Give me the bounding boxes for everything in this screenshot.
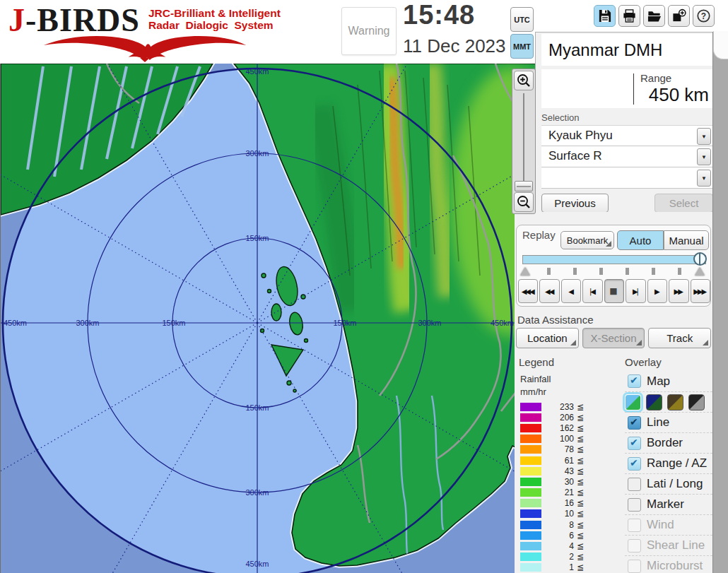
track-button[interactable]: Track — [648, 328, 711, 348]
overlay-row-map[interactable]: Map — [625, 371, 712, 391]
chevron-down-icon: ▼ — [701, 175, 707, 182]
map-style-swatch[interactable] — [667, 394, 683, 410]
playback-button[interactable]: ◀◀◀ — [518, 279, 538, 303]
previous-button[interactable]: Previous — [541, 194, 609, 213]
print-button[interactable] — [618, 5, 640, 27]
playback-button[interactable]: ▶ — [647, 279, 667, 303]
legend-color-swatch — [520, 563, 541, 572]
legend-value: 4 — [541, 541, 574, 551]
replay-slider-handle[interactable] — [693, 252, 707, 266]
overlay-row-line[interactable]: Line — [625, 412, 712, 432]
lati-long-checkbox[interactable] — [628, 478, 641, 491]
select-button[interactable]: Select — [654, 194, 713, 213]
help-button[interactable]: ? — [693, 5, 715, 27]
playback-icon: ▶| — [633, 288, 638, 295]
overlay-row-range-az[interactable]: Range / AZ — [625, 453, 712, 473]
playback-button[interactable]: ◀◀ — [539, 279, 559, 303]
radar-map[interactable]: 450km 300km 150km 150km 300km 450km 450k… — [1, 64, 536, 573]
range-ring-label: 300km — [245, 149, 269, 158]
range-az-checkbox[interactable] — [628, 457, 641, 471]
zoom-slider-handle[interactable] — [515, 181, 533, 191]
product-dropdown-button[interactable]: ▼ — [697, 148, 711, 165]
legend-row: 30 ≦ — [520, 476, 619, 487]
legend-value: 100 — [541, 434, 574, 444]
zoom-in-button[interactable] — [514, 71, 534, 90]
legend-rows: 233 ≦ 206 ≦ 162 ≦ — [520, 401, 619, 573]
legend-color-swatch — [520, 499, 541, 507]
map-style-swatch[interactable] — [625, 394, 641, 410]
magnifier-plus-icon — [516, 73, 532, 88]
radar-map-area[interactable]: 450km 300km 150km 150km 300km 450km 450k… — [0, 62, 536, 573]
overlay-row-wind: Wind — [625, 514, 712, 535]
replay-slider-track[interactable] — [522, 255, 706, 264]
map-checkbox[interactable] — [628, 374, 641, 388]
site-dropdown-button[interactable]: ▼ — [697, 128, 711, 145]
range-ring-label: 450km — [491, 319, 514, 327]
option-dropdown[interactable]: ▼ — [541, 167, 713, 189]
marker-checkbox[interactable] — [628, 498, 641, 512]
range-ring-label: 150km — [333, 319, 356, 327]
legend-value: 1 — [541, 562, 574, 572]
playback-button[interactable]: ■ — [604, 279, 624, 303]
option-dropdown-button[interactable]: ▼ — [697, 170, 711, 187]
location-button[interactable]: Location — [516, 328, 579, 348]
playback-button[interactable]: |◀ — [582, 279, 602, 303]
map-style-swatch[interactable] — [688, 394, 705, 410]
help-icon: ? — [696, 8, 711, 23]
warning-button[interactable]: Warning — [341, 7, 397, 55]
bookmark-button[interactable]: Bookmark — [560, 231, 614, 249]
panel-collapse-tab[interactable] — [713, 31, 728, 59]
legend-row: 2 ≦ — [520, 552, 619, 562]
utc-button[interactable]: UTC — [510, 7, 534, 32]
data-assistance-buttons: Location X-Section Track — [516, 328, 711, 348]
legend-operator: ≦ — [577, 509, 584, 519]
open-folder-button[interactable] — [643, 5, 665, 27]
range-ring-label: 150km — [245, 234, 269, 242]
wind-checkbox — [628, 519, 641, 532]
shear-line-checkbox — [628, 539, 641, 553]
slider-end-marker[interactable] — [695, 267, 705, 276]
overlay-row-lati-long[interactable]: Lati / Long — [625, 473, 712, 494]
slider-tick — [547, 268, 551, 275]
legend-operator: ≦ — [577, 541, 584, 551]
manual-button[interactable]: Manual — [664, 230, 709, 250]
mmt-button[interactable]: MMT — [510, 34, 534, 59]
add-image-button[interactable] — [668, 5, 690, 27]
overlay-row-border[interactable]: Border — [625, 432, 712, 453]
xsection-button[interactable]: X-Section — [582, 328, 645, 348]
playback-button[interactable]: ◀ — [561, 279, 581, 303]
slider-tick — [626, 268, 629, 275]
legend-operator: ≦ — [577, 402, 584, 412]
range-ring-label: 300km — [76, 319, 99, 327]
legend-color-swatch — [520, 445, 541, 454]
site-dropdown-value: Kyauk Phyu — [548, 129, 613, 143]
playback-button[interactable]: ▶| — [626, 279, 645, 303]
playback-button[interactable]: ▶▶ — [669, 279, 688, 303]
zoom-slider-track[interactable] — [523, 93, 524, 191]
zoom-out-button[interactable] — [514, 192, 534, 212]
chevron-down-icon: ▼ — [701, 154, 707, 160]
microburst-checkbox — [628, 560, 641, 573]
legend-value: 21 — [541, 488, 574, 497]
legend-row: 233 ≦ — [520, 401, 619, 412]
range-ring-label: 300km — [245, 488, 269, 497]
auto-button[interactable]: Auto — [617, 230, 664, 250]
border-checkbox[interactable] — [628, 437, 641, 450]
product-dropdown[interactable]: Surface R ▼ — [541, 146, 713, 167]
range-ring-label: 450km — [4, 319, 27, 327]
slider-start-marker[interactable] — [520, 267, 530, 276]
legend-operator: ≦ — [577, 477, 584, 487]
legend-value: 233 — [541, 402, 574, 412]
range-label: Range — [640, 72, 671, 84]
legend-operator: ≦ — [577, 434, 584, 444]
line-checkbox[interactable] — [628, 416, 641, 430]
data-assistance-label: Data Assistance — [517, 314, 594, 326]
legend-row: 16 ≦ — [520, 498, 619, 509]
site-dropdown[interactable]: Kyauk Phyu ▼ — [541, 125, 713, 146]
legend-row: 162 ≦ — [520, 423, 619, 433]
map-style-swatch[interactable] — [646, 394, 662, 410]
save-button[interactable] — [594, 5, 616, 27]
playback-icon: ◀◀ — [545, 288, 553, 295]
playback-button[interactable]: ▶▶▶ — [691, 279, 710, 303]
overlay-row-marker[interactable]: Marker — [625, 494, 712, 514]
